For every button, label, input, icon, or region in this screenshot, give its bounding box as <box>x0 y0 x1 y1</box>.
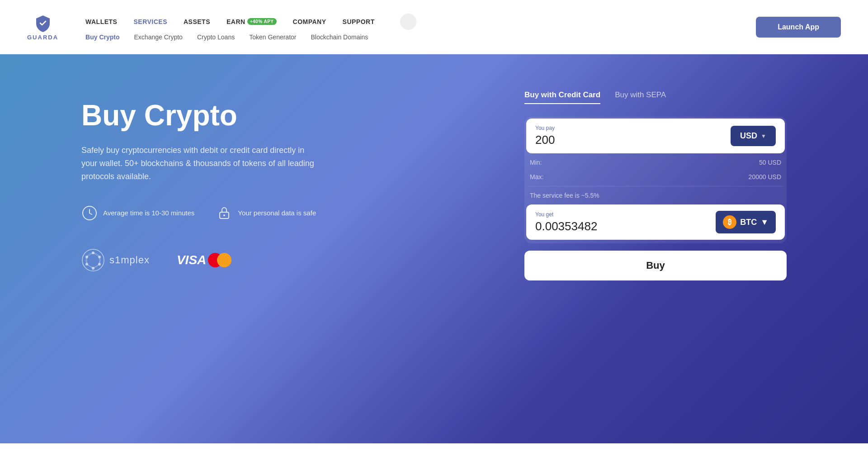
feature-security: Your personal data is safe <box>216 205 316 221</box>
max-value: 20000 USD <box>749 173 781 181</box>
tab-credit-card[interactable]: Buy with Credit Card <box>524 90 600 104</box>
hero-right: Buy with Credit Card Buy with SEPA You p… <box>524 90 787 280</box>
earn-badge-container: EARN +40% APY <box>226 18 277 25</box>
simplex-logo: s1mplex <box>81 248 150 272</box>
partners: s1mplex VISA <box>81 248 488 272</box>
nav-wallets[interactable]: WALLETS <box>85 18 117 25</box>
you-get-input[interactable] <box>535 219 716 233</box>
logo-icon <box>33 13 53 33</box>
feature-time-label: Average time is 10-30 minutes <box>103 209 194 217</box>
nav-top: WALLETS SERVICES ASSETS EARN +40% APY CO… <box>85 14 756 30</box>
subnav-token-generator[interactable]: Token Generator <box>249 33 296 41</box>
subnav-buy-crypto[interactable]: Buy Crypto <box>85 33 119 41</box>
theme-toggle-button[interactable] <box>400 14 416 30</box>
buy-form: You pay USD ▼ Min: 50 USD Max: 20000 USD <box>524 117 787 243</box>
chevron-down-icon: ▼ <box>761 133 766 139</box>
earn-badge: +40% APY <box>247 18 277 25</box>
lock-icon <box>216 205 232 221</box>
subnav-exchange-crypto[interactable]: Exchange Crypto <box>134 33 183 41</box>
nav-earn[interactable]: EARN +40% APY <box>226 18 277 25</box>
payment-tabs: Buy with Credit Card Buy with SEPA <box>524 90 787 104</box>
hero-left: Buy Crypto Safely buy cryptocurrencies w… <box>81 90 488 272</box>
divider <box>528 186 783 186</box>
hero-features: Average time is 10-30 minutes Your perso… <box>81 205 488 221</box>
simplex-network-icon <box>81 248 105 272</box>
hero-description: Safely buy cryptocurrencies with debit o… <box>81 144 316 183</box>
visa-logo: VISA <box>177 253 206 267</box>
hero-section: Buy Crypto Safely buy cryptocurrencies w… <box>0 54 868 443</box>
tab-sepa[interactable]: Buy with SEPA <box>615 90 666 104</box>
svg-line-13 <box>93 264 99 268</box>
svg-line-14 <box>87 264 93 268</box>
feature-security-label: Your personal data is safe <box>238 209 316 217</box>
you-get-group: You get ₿ BTC ▼ <box>526 204 785 240</box>
fee-row: The service fee is ~5.5% <box>528 188 783 204</box>
logo[interactable]: GUARDA <box>27 13 58 41</box>
you-pay-content: You pay <box>535 125 731 147</box>
hero-title: Buy Crypto <box>81 100 488 131</box>
you-pay-label: You pay <box>535 125 731 131</box>
nav-main: WALLETS SERVICES ASSETS EARN +40% APY CO… <box>85 14 756 41</box>
nav-sub: Buy Crypto Exchange Crypto Crypto Loans … <box>85 33 756 41</box>
mastercard-logo <box>208 253 231 267</box>
nav-support[interactable]: SUPPORT <box>343 18 375 25</box>
crypto-selector[interactable]: ₿ BTC ▼ <box>716 211 776 233</box>
crypto-chevron-icon: ▼ <box>760 218 769 227</box>
you-get-label: You get <box>535 211 716 218</box>
max-label: Max: <box>530 173 543 181</box>
buy-button[interactable]: Buy <box>524 251 787 280</box>
nav-assets[interactable]: ASSETS <box>184 18 210 25</box>
logo-text: GUARDA <box>27 34 58 41</box>
min-label: Min: <box>530 159 542 166</box>
max-row: Max: 20000 USD <box>528 170 783 184</box>
navbar: GUARDA WALLETS SERVICES ASSETS EARN +40%… <box>0 0 868 54</box>
launch-app-button[interactable]: Launch App <box>756 17 841 38</box>
you-pay-group: You pay USD ▼ <box>526 119 785 153</box>
currency-selector[interactable]: USD ▼ <box>731 126 776 146</box>
nav-services[interactable]: SERVICES <box>133 18 167 25</box>
nav-company[interactable]: COMPANY <box>293 18 326 25</box>
btc-icon: ₿ <box>723 215 736 229</box>
crypto-label: BTC <box>740 218 757 227</box>
svg-point-2 <box>223 214 225 216</box>
min-row: Min: 50 USD <box>528 155 783 170</box>
subnav-crypto-loans[interactable]: Crypto Loans <box>197 33 235 41</box>
currency-label: USD <box>740 131 757 141</box>
you-pay-input[interactable] <box>535 133 731 147</box>
visa-mc-logos: VISA <box>177 253 231 267</box>
subnav-blockchain-domains[interactable]: Blockchain Domains <box>311 33 368 41</box>
feature-time: Average time is 10-30 minutes <box>81 205 194 221</box>
you-get-content: You get <box>535 211 716 233</box>
simplex-label: s1mplex <box>109 254 150 266</box>
limits-section: Min: 50 USD Max: 20000 USD The service f… <box>526 155 785 204</box>
min-value: 50 USD <box>759 159 781 166</box>
clock-icon <box>81 205 98 221</box>
